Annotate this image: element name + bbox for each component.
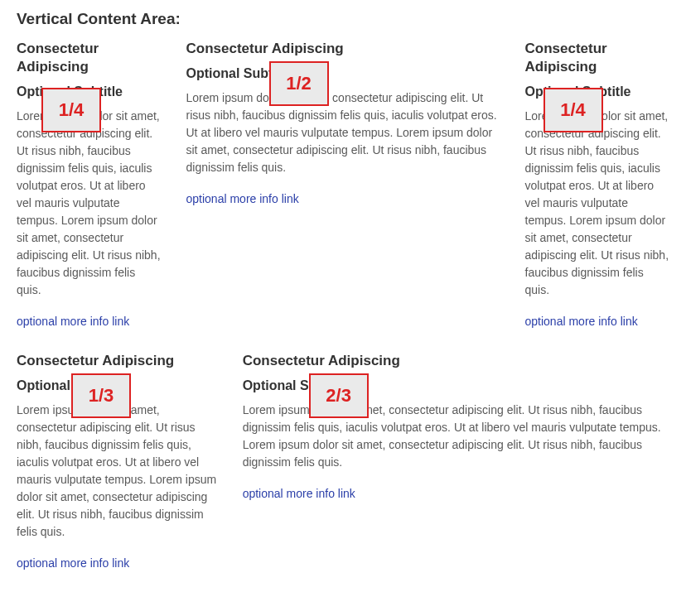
- card-2: 1/2 Consectetur Adipiscing Optional Subt…: [186, 40, 500, 329]
- card-subtitle: Optional Subtitle: [243, 378, 669, 393]
- row-2: 1/3 Consectetur Adipiscing Optional Subt…: [17, 352, 669, 570]
- card-title: Consectetur Adipiscing: [17, 352, 218, 370]
- more-info-link[interactable]: optional more info link: [17, 315, 129, 328]
- more-info-link[interactable]: optional more info link: [17, 556, 129, 570]
- fraction-badge: 1/4: [543, 88, 603, 132]
- card-subtitle: Optional Subtitle: [186, 66, 500, 81]
- card-body: Lorem ipsum dolor sit amet, consectetur …: [186, 89, 500, 176]
- row-1: 1/4 Consectetur Adipiscing Optional Subt…: [17, 40, 669, 329]
- fraction-badge: 2/3: [309, 373, 369, 418]
- card-title: Consectetur Adipiscing: [186, 40, 500, 58]
- section-heading: Vertical Content Area:: [17, 10, 669, 28]
- fraction-badge: 1/3: [71, 373, 131, 418]
- card-title: Consectetur Adipiscing: [525, 40, 670, 76]
- fraction-badge: 1/2: [269, 61, 329, 106]
- card-body: Lorem ipsum dolor sit amet, consectetur …: [525, 108, 670, 299]
- card-4: 1/3 Consectetur Adipiscing Optional Subt…: [17, 352, 218, 570]
- card-body: Lorem ipsum dolor sit amet, consectetur …: [17, 402, 218, 541]
- card-body: Lorem ipsum dolor sit amet, consectetur …: [243, 402, 669, 471]
- card-5: 2/3 Consectetur Adipiscing Optional Subt…: [243, 352, 669, 570]
- card-body: Lorem ipsum dolor sit amet, consectetur …: [17, 108, 162, 299]
- more-info-link[interactable]: optional more info link: [186, 192, 299, 205]
- fraction-badge: 1/4: [41, 88, 101, 132]
- card-3: 1/4 Consectetur Adipiscing Optional Subt…: [525, 40, 670, 329]
- more-info-link[interactable]: optional more info link: [525, 315, 638, 328]
- card-title: Consectetur Adipiscing: [17, 40, 162, 76]
- card-1: 1/4 Consectetur Adipiscing Optional Subt…: [17, 40, 162, 329]
- more-info-link[interactable]: optional more info link: [243, 487, 355, 500]
- card-title: Consectetur Adipiscing: [243, 352, 669, 370]
